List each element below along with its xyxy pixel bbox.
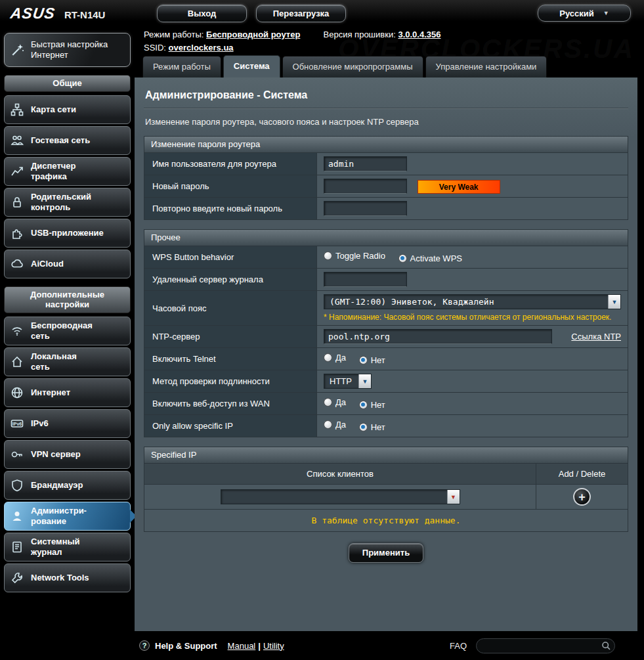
tab-settings-management[interactable]: Управление настройками <box>425 56 547 77</box>
sidebar-item-vpn-server[interactable]: VPN сервер <box>4 440 131 469</box>
wan-no-radio[interactable]: Нет <box>359 400 385 410</box>
empty-table-message: В таблице отсутствуют данные. <box>144 510 628 532</box>
sidebar-item-system-log[interactable]: Системный журнал <box>4 533 131 561</box>
wps-activate-radio[interactable]: Activate WPS <box>398 253 462 263</box>
sidebar-item-label: Интернет <box>31 387 70 398</box>
sidebar-item-label: Диспетчер трафика <box>31 161 75 181</box>
top-bar: ASUS RT-N14U Выход Перезагрузка Русский … <box>0 0 644 26</box>
tab-bar: Режим работы Система Обновление микропро… <box>135 55 637 77</box>
radio-icon[interactable] <box>324 420 332 429</box>
sidebar-item-usb-application[interactable]: USB-приложение <box>4 219 131 248</box>
sidebar-item-label: AiCloud <box>31 259 64 269</box>
sidebar-item-aicloud[interactable]: AiCloud <box>4 250 131 278</box>
add-client-button[interactable]: + <box>573 488 591 506</box>
sidebar-item-label: Гостевая сеть <box>31 135 90 146</box>
firmware-version-link[interactable]: 3.0.0.4.356 <box>398 30 440 39</box>
client-list-select[interactable]: ▼ <box>221 489 460 504</box>
sidebar: Быстрая настройка Интернет Общие Карта с… <box>0 26 135 631</box>
faq-search-input[interactable] <box>483 640 601 651</box>
footer: ? Help & Support Manual | Utility FAQ <box>0 631 644 660</box>
table-row: Удаленный сервер журнала <box>144 269 628 291</box>
sidebar-item-label: Беспроводная сеть <box>31 320 93 341</box>
search-icon[interactable] <box>601 641 611 651</box>
radio-icon[interactable] <box>324 398 332 407</box>
specific-ip-no-radio[interactable]: Нет <box>359 422 385 432</box>
sidebar-item-traffic-manager[interactable]: Диспетчер трафика <box>4 157 131 186</box>
radio-icon[interactable] <box>359 356 368 364</box>
ssid-link[interactable]: overclockers.ua <box>169 43 234 53</box>
help-icon[interactable]: ? <box>139 640 150 651</box>
radio-icon[interactable] <box>398 254 407 263</box>
table-header-row: Список клиентов Add / Delete <box>144 464 628 485</box>
sidebar-item-lan[interactable]: Локальная сеть <box>4 347 131 376</box>
utility-link[interactable]: Utility <box>263 641 284 651</box>
table-row: Включить Telnet Да Нет <box>144 348 628 370</box>
retype-password-input[interactable] <box>324 201 407 216</box>
ipv6-icon: IPv6 <box>8 417 26 430</box>
timezone-note: * Напоминание: Часовой пояс системы отли… <box>324 313 621 322</box>
language-selector[interactable]: Русский ▼ <box>538 5 631 22</box>
sidebar-item-label: VPN сервер <box>31 449 81 460</box>
username-label: Имя пользователя для роутера <box>144 153 317 175</box>
logout-button[interactable]: Выход <box>157 5 247 22</box>
timezone-select[interactable]: (GMT-12:00) Эниветок, Кваджалейн ▼ <box>324 294 621 309</box>
manual-link[interactable]: Manual <box>228 641 256 651</box>
telnet-no-radio[interactable]: Нет <box>359 355 385 365</box>
radio-label: Activate WPS <box>410 253 462 263</box>
client-list-value <box>221 490 447 504</box>
reboot-button[interactable]: Перезагрузка <box>256 5 346 22</box>
radio-icon[interactable] <box>324 252 332 260</box>
logo-area: ASUS RT-N14U <box>0 5 135 22</box>
dropdown-arrow-icon[interactable]: ▼ <box>358 374 371 388</box>
home-icon <box>8 355 26 368</box>
ntp-link[interactable]: Ссылка NTP <box>571 332 621 341</box>
ntp-server-input[interactable] <box>324 329 552 344</box>
ntp-server-label: NTP-сервер <box>144 326 317 348</box>
help-support-label: Help & Support <box>155 641 217 651</box>
sidebar-item-ipv6[interactable]: IPv6 IPv6 <box>4 409 131 438</box>
operation-mode-link[interactable]: Беспроводной роутер <box>206 30 300 39</box>
username-input[interactable] <box>324 156 407 171</box>
radio-icon[interactable] <box>324 353 332 362</box>
sidebar-section-advanced: Дополнительные настройки <box>4 286 131 313</box>
sidebar-item-wireless[interactable]: Беспроводная сеть <box>4 317 131 345</box>
new-password-input[interactable] <box>324 179 407 194</box>
apply-button[interactable]: Применить <box>349 543 423 563</box>
sidebar-item-network-map[interactable]: Карта сети <box>4 95 131 124</box>
tab-system[interactable]: Система <box>223 55 280 77</box>
tab-firmware-upgrade[interactable]: Обновление микропрограммы <box>282 56 423 77</box>
faq-search-box[interactable] <box>476 638 615 653</box>
sidebar-item-network-tools[interactable]: Network Tools <box>4 563 131 592</box>
wan-yes-radio[interactable]: Да <box>324 397 346 407</box>
sidebar-item-guest-network[interactable]: Гостевая сеть <box>4 126 131 155</box>
specific-ip-yes-radio[interactable]: Да <box>324 420 346 429</box>
radio-label: Да <box>335 353 346 363</box>
auth-method-select[interactable]: HTTP ▼ <box>324 374 372 389</box>
telnet-yes-radio[interactable]: Да <box>324 353 346 363</box>
page-description: Изменение пароля роутера, часового пояса… <box>145 117 627 127</box>
sidebar-item-label: Администри- рование <box>31 506 87 526</box>
wps-toggle-radio[interactable]: Toggle Radio <box>324 251 385 261</box>
status-bar: Режим работы: Беспроводной роутер Версия… <box>135 26 637 55</box>
main-panel: Администрирование - Система Изменение па… <box>135 77 637 631</box>
sidebar-item-wan[interactable]: Интернет <box>4 378 131 407</box>
wrench-icon <box>8 571 26 584</box>
remote-log-input[interactable] <box>324 272 407 287</box>
table-row: Метод проверки подлинности HTTP ▼ <box>144 370 628 393</box>
sidebar-item-firewall[interactable]: Брандмауэр <box>4 471 131 500</box>
radio-icon[interactable] <box>359 401 368 409</box>
log-document-icon <box>8 540 26 554</box>
section-specified-ip-header: Specified IP <box>144 447 628 463</box>
timezone-value: (GMT-12:00) Эниветок, Кваджалейн <box>324 295 608 309</box>
tab-operation-mode[interactable]: Режим работы <box>142 56 221 77</box>
sidebar-item-parental-control[interactable]: Родительский контроль <box>4 188 131 217</box>
key-icon <box>8 448 26 461</box>
dropdown-arrow-icon[interactable]: ▼ <box>447 490 460 504</box>
puzzle-icon <box>8 227 26 240</box>
dropdown-arrow-icon[interactable]: ▼ <box>608 295 620 309</box>
wps-behavior-label: WPS Button behavior <box>144 246 317 269</box>
radio-icon[interactable] <box>359 423 368 431</box>
sidebar-item-quick-setup[interactable]: Быстрая настройка Интернет <box>4 33 131 67</box>
radio-label: Да <box>335 420 346 429</box>
sidebar-item-administration[interactable]: Администри- рование <box>4 502 131 531</box>
